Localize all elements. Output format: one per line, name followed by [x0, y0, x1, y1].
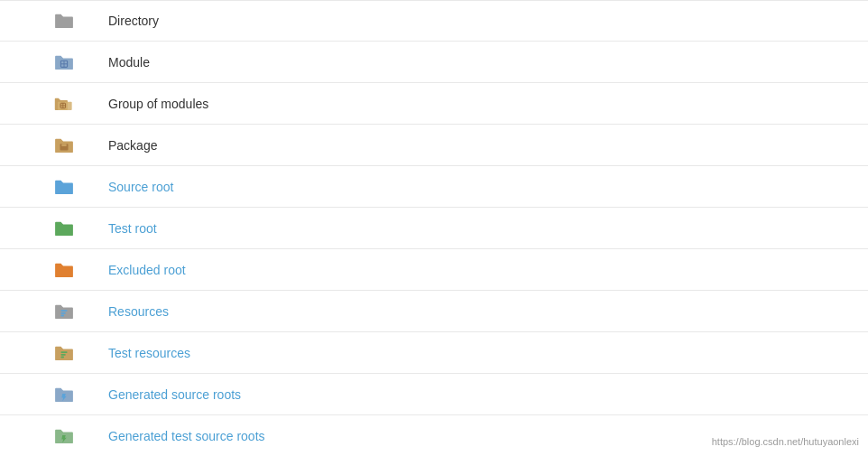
svg-rect-12 [60, 353, 65, 355]
directory-icon [54, 13, 99, 29]
svg-rect-7 [61, 144, 66, 146]
generated-test-source-roots-icon [54, 428, 99, 444]
svg-rect-13 [60, 356, 64, 358]
svg-rect-10 [60, 314, 64, 316]
generated-source-roots-label: Generated source roots [108, 387, 241, 402]
group-of-modules-label: Group of modules [108, 97, 208, 111]
resources-label: Resources [108, 304, 169, 319]
list-item-resources: Resources [0, 291, 868, 332]
list-item-directory: Directory [0, 0, 868, 42]
excluded-root-label: Excluded root [108, 263, 186, 277]
svg-rect-8 [60, 310, 67, 312]
package-label: Package [108, 138, 157, 153]
module-label: Module [108, 55, 150, 70]
list-item-generated-source-roots: Generated source roots [0, 374, 868, 415]
test-resources-icon [54, 345, 99, 361]
source-root-icon [54, 179, 99, 195]
list-item-source-root: Source root [0, 166, 868, 208]
generated-test-source-roots-label: Generated test source roots [108, 429, 265, 443]
test-resources-label: Test resources [108, 346, 190, 360]
icon-legend-list: Directory Module Group of modules Packag… [0, 0, 868, 456]
group-of-modules-icon [54, 96, 99, 112]
directory-label: Directory [108, 14, 159, 28]
list-item-module: Module [0, 42, 868, 83]
svg-rect-11 [60, 351, 67, 353]
test-root-label: Test root [108, 221, 157, 236]
list-item-test-resources: Test resources [0, 332, 868, 374]
list-item-group-of-modules: Group of modules [0, 83, 868, 125]
svg-rect-9 [60, 312, 65, 313]
source-root-label: Source root [108, 180, 173, 194]
watermark: https://blog.csdn.net/hutuyaonlexi [712, 436, 859, 447]
generated-source-roots-icon [54, 386, 99, 403]
resources-icon [54, 303, 99, 320]
list-item-excluded-root: Excluded root [0, 249, 868, 291]
test-root-icon [54, 220, 99, 237]
list-item-package: Package [0, 125, 868, 166]
package-icon [54, 137, 99, 154]
list-item-test-root: Test root [0, 208, 868, 249]
excluded-root-icon [54, 262, 99, 278]
module-icon [54, 54, 99, 70]
